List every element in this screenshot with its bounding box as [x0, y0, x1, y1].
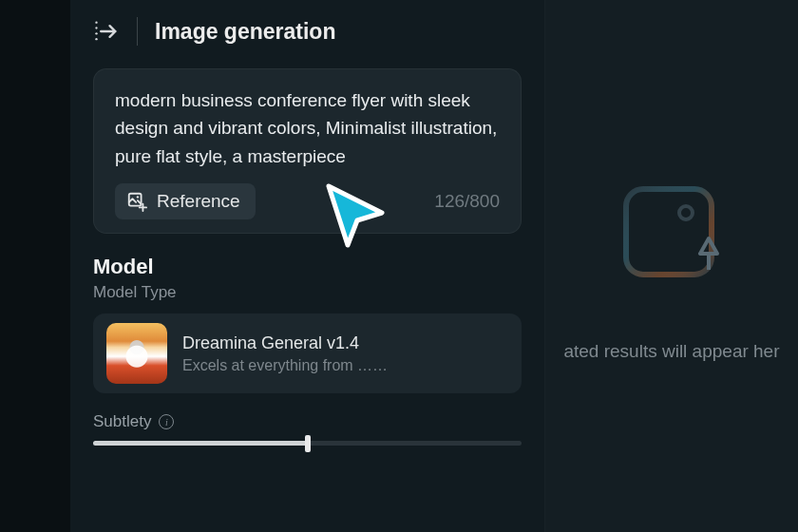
reference-icon [126, 191, 147, 212]
info-icon[interactable]: i [159, 414, 174, 429]
header-divider [137, 17, 138, 46]
model-meta: Dreamina General v1.4 Excels at everythi… [182, 333, 388, 374]
results-placeholder-icon [605, 170, 738, 303]
svg-point-7 [679, 206, 693, 219]
model-section-subtitle: Model Type [93, 283, 522, 302]
model-selector[interactable]: Dreamina General v1.4 Excels at everythi… [93, 314, 522, 393]
prompt-footer: Reference 126/800 [115, 183, 500, 219]
panel-header: Image generation [93, 17, 522, 46]
subtlety-slider[interactable] [93, 441, 522, 446]
results-placeholder-text: ated results will appear her [563, 341, 779, 362]
reference-button[interactable]: Reference [115, 183, 256, 219]
subtlety-header: Subtlety i [93, 412, 522, 431]
model-section-title: Model [93, 255, 522, 279]
svg-point-5 [137, 197, 139, 199]
slider-handle[interactable] [305, 435, 311, 452]
left-rail [0, 0, 70, 532]
results-pane: ated results will appear her [545, 0, 798, 532]
expand-icon[interactable] [93, 18, 120, 45]
prompt-textarea[interactable]: modern business conference flyer with sl… [115, 86, 500, 170]
model-name: Dreamina General v1.4 [182, 333, 388, 353]
model-thumbnail [106, 323, 167, 384]
model-description: Excels at everything from …… [182, 357, 388, 374]
page-title: Image generation [155, 19, 335, 45]
svg-rect-6 [626, 189, 712, 275]
reference-label: Reference [157, 191, 240, 212]
subtlety-label: Subtlety [93, 412, 151, 431]
char-counter: 126/800 [434, 191, 500, 212]
prompt-card: modern business conference flyer with sl… [93, 68, 522, 234]
slider-fill [93, 441, 308, 446]
generation-panel: Image generation modern business confere… [70, 0, 545, 532]
